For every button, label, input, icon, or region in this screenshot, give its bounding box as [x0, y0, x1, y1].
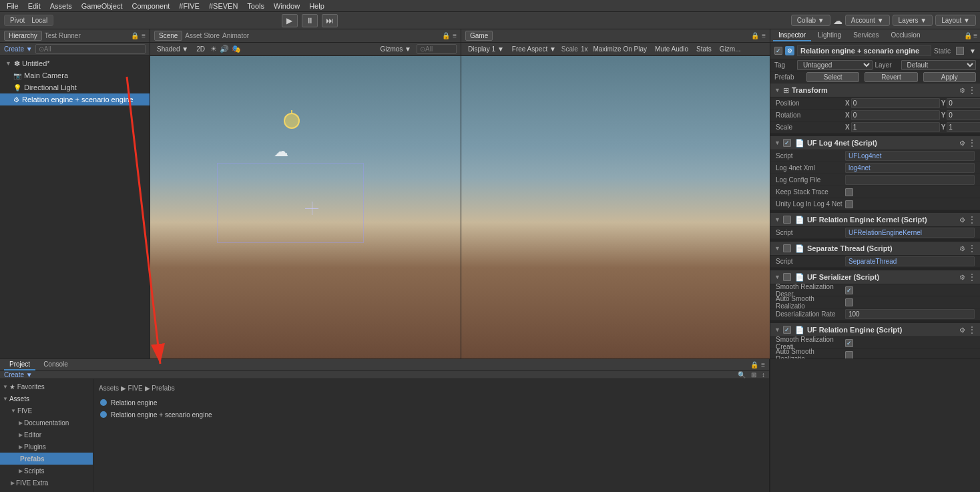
favorites-item[interactable]: ▼ ★ Favorites [0, 381, 93, 393]
account-button[interactable]: Account ▼ [845, 15, 890, 26]
log4net-menu-icon[interactable]: ⋮ [968, 138, 976, 148]
scene-search[interactable] [417, 44, 457, 54]
log4net-script-value[interactable]: UFLog4net [845, 151, 975, 161]
object-active-checkbox[interactable] [774, 47, 782, 55]
rel-kernel-checkbox[interactable] [783, 216, 791, 224]
local-button[interactable]: Local [29, 16, 50, 25]
menu-edit[interactable]: Edit [24, 1, 45, 11]
tree-scripts[interactable]: ▶ Scripts [0, 465, 93, 477]
create-dropdown[interactable]: Create ▼ [4, 45, 33, 53]
layout-button[interactable]: Layout ▼ [935, 15, 976, 26]
pause-button[interactable]: ⏸ [302, 14, 318, 27]
pivot-button[interactable]: Pivot [7, 16, 27, 25]
stats-button[interactable]: Stats [694, 45, 714, 53]
hierarchy-lock-icon[interactable]: 🔒 [131, 32, 139, 39]
collab-button[interactable]: Collab ▼ [791, 15, 830, 26]
transform-header[interactable]: ▼ ⊞ Transform ⚙ ⋮ [770, 83, 980, 97]
uf-log4net-header[interactable]: ▼ 📄 UF Log 4net (Script) ⚙ ⋮ [770, 136, 980, 150]
play-button[interactable]: ▶ [282, 14, 298, 27]
tag-select[interactable]: Untagged [797, 60, 873, 70]
scale-y-input[interactable] [947, 122, 980, 132]
uf-rel-kernel-header[interactable]: ▼ 📄 UF Relation Engine Kernel (Script) ⚙… [770, 213, 980, 227]
cloud-icon[interactable]: ☁ [833, 15, 842, 26]
prefab-relation-engine-item[interactable]: Relation engine [99, 397, 764, 409]
menu-help[interactable]: Help [305, 1, 328, 11]
rel-kernel-menu-icon[interactable]: ⋮ [968, 215, 976, 224]
menu-five[interactable]: #FIVE [175, 1, 204, 11]
tree-documentation[interactable]: ▶ Documentation [0, 417, 93, 429]
game-tab[interactable]: Game [465, 31, 493, 41]
prefab-relation-scenario-item[interactable]: Relation engine + scenario engine [99, 409, 764, 421]
hierarchy-relation-engine[interactable]: ⚙ Relation engine + scenario engine [0, 93, 150, 105]
tree-prefabs[interactable]: Prefabs [0, 453, 93, 465]
inspector-tab[interactable]: Inspector [773, 30, 811, 41]
test-runner-tab[interactable]: Test Runner [45, 32, 81, 39]
menu-gameobject[interactable]: GameObject [77, 1, 127, 11]
step-button[interactable]: ⏭ [322, 14, 338, 27]
auto-smooth-deser-checkbox[interactable] [845, 298, 853, 306]
scene-audio-icon[interactable]: 🔊 [220, 45, 229, 53]
scene-menu-icon[interactable]: ≡ [453, 32, 457, 39]
hierarchy-tab[interactable]: Hierarchy [4, 31, 42, 41]
scene-tab[interactable]: Scene [154, 31, 182, 41]
log-config-value[interactable] [845, 175, 975, 185]
tree-five[interactable]: ▼ FIVE [0, 405, 93, 417]
project-collapse-icon[interactable]: ⊞ [751, 371, 756, 379]
smooth-deser-checkbox[interactable] [845, 286, 853, 294]
tree-five-extra[interactable]: ▶ FIVE Extra [0, 477, 93, 489]
menu-component[interactable]: Component [128, 1, 174, 11]
pos-y-input[interactable] [947, 98, 980, 108]
menu-file[interactable]: File [3, 1, 23, 11]
static-arrow[interactable]: ▼ [969, 47, 976, 55]
inspector-lock-icon[interactable]: 🔒 [964, 32, 972, 39]
project-tab[interactable]: Project [4, 359, 35, 371]
log4net-xml-value[interactable]: log4net [845, 163, 975, 173]
sep-thread-checkbox[interactable] [783, 244, 791, 252]
static-checkbox[interactable] [956, 47, 964, 55]
animator-tab[interactable]: Animator [222, 32, 249, 39]
scene-lock-icon[interactable]: 🔒 [442, 32, 450, 39]
gizmos-dropdown[interactable]: Gizmos ▼ [377, 45, 414, 53]
project-menu-icon[interactable]: ≡ [761, 361, 765, 368]
prefab-revert-button[interactable]: Revert [865, 72, 917, 82]
serializer-menu-icon[interactable]: ⋮ [968, 272, 976, 282]
hierarchy-menu-icon[interactable]: ≡ [142, 32, 146, 39]
menu-seven[interactable]: #SEVEN [205, 1, 242, 11]
scene-lighting-icon[interactable]: ☀ [210, 45, 217, 53]
object-name[interactable]: Relation engine + scenario engine [797, 45, 931, 56]
scene-fx-icon[interactable]: 🎭 [232, 45, 241, 53]
layer-select[interactable]: Default [901, 60, 977, 70]
project-lock-icon[interactable]: 🔒 [750, 361, 758, 368]
hierarchy-search[interactable] [35, 44, 146, 54]
deserialization-rate-value[interactable] [845, 309, 975, 319]
gizmos-game-button[interactable]: Gizm... [717, 45, 744, 53]
layers-button[interactable]: Layers ▼ [893, 15, 933, 26]
shaded-dropdown[interactable]: Shaded ▼ [154, 45, 191, 53]
hierarchy-directional-light[interactable]: 💡 Directional Light [0, 81, 150, 93]
rel-engine-checkbox[interactable] [783, 326, 791, 334]
tree-assets[interactable]: ▼ Assets [0, 393, 93, 405]
game-lock-icon[interactable]: 🔒 [751, 32, 759, 39]
scale-x-input[interactable] [851, 122, 940, 132]
scene-view[interactable]: ☁ [150, 56, 461, 358]
menu-tools[interactable]: Tools [243, 1, 268, 11]
unity-log-checkbox[interactable] [845, 200, 853, 208]
auto-smooth-creat-checkbox[interactable] [845, 351, 853, 359]
project-expand-icon[interactable]: ↕ [762, 371, 765, 379]
serializer-options-icon[interactable]: ⚙ [959, 274, 965, 281]
2d-toggle[interactable]: 2D [194, 45, 208, 53]
sep-thread-options-icon[interactable]: ⚙ [959, 245, 965, 252]
rel-kernel-options-icon[interactable]: ⚙ [959, 216, 965, 224]
sep-thread-script-value[interactable]: SeparateThread [845, 256, 975, 266]
inspector-menu-icon[interactable]: ≡ [973, 32, 977, 39]
maximize-on-play[interactable]: Maximize On Play [590, 45, 650, 53]
menu-assets[interactable]: Assets [46, 1, 76, 11]
serializer-checkbox[interactable] [783, 273, 791, 281]
log4net-checkbox[interactable] [783, 139, 791, 147]
game-menu-icon[interactable]: ≡ [762, 32, 766, 39]
smooth-creat-checkbox[interactable] [845, 339, 853, 347]
hierarchy-scene-root[interactable]: ▼ ✽ Untitled* [0, 57, 150, 69]
project-search-icon[interactable]: 🔍 [738, 371, 746, 379]
hierarchy-main-camera[interactable]: 📷 Main Camera [0, 69, 150, 81]
breadcrumb-text[interactable]: Assets ▶ FIVE ▶ Prefabs [99, 385, 175, 392]
